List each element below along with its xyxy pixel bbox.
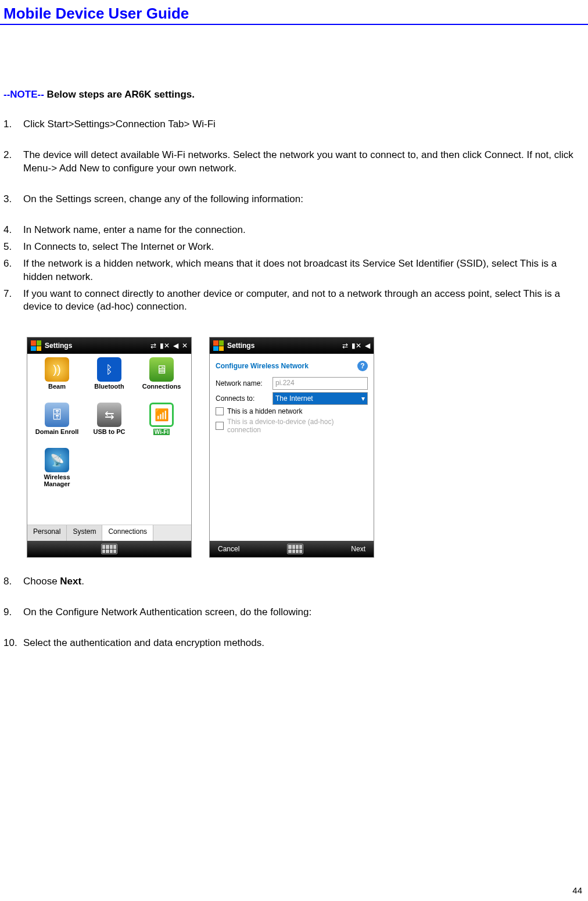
app-label: USB to PC xyxy=(94,428,126,435)
adhoc-label: This is a device-to-device (ad-hoc) conn… xyxy=(227,418,368,434)
step-text: If the network is a hidden network, whic… xyxy=(23,257,585,284)
hidden-network-checkbox[interactable] xyxy=(216,407,224,415)
step-number: 3. xyxy=(3,193,23,206)
app-beam[interactable]: ))Beam xyxy=(31,357,83,400)
hidden-network-label: This is a hidden network xyxy=(227,407,302,415)
connects-to-label: Connects to: xyxy=(216,394,269,403)
panel-heading: Configure Wireless Network ? xyxy=(213,357,370,375)
step-number: 6. xyxy=(3,257,23,284)
sync-icon: ⇄ xyxy=(342,342,348,350)
connects-to-select[interactable]: The Internet ▾ xyxy=(273,392,368,405)
configure-wireless-screenshot: Settings ⇄ ▮✕ ◀ Configure Wireless Netwo… xyxy=(209,337,374,558)
app-domain-enroll[interactable]: 🗄Domain Enroll xyxy=(31,403,83,446)
signal-icon: ▮✕ xyxy=(160,342,170,350)
bottom-bar xyxy=(27,541,191,557)
start-icon[interactable] xyxy=(213,340,224,351)
step-text-part: . xyxy=(81,576,84,587)
step-number: 7. xyxy=(3,288,23,314)
step-number: 10. xyxy=(3,637,23,650)
settings-screenshot: Settings ⇄ ▮✕ ◀ ✕ ))Beam ᛒBluetooth 🖥Con… xyxy=(27,337,192,558)
cancel-button[interactable]: Cancel xyxy=(218,545,239,553)
step-text: Choose Next. xyxy=(23,575,585,588)
tab-connections[interactable]: Connections xyxy=(102,525,153,541)
status-icons: ⇄ ▮✕ ◀ xyxy=(342,342,370,350)
network-name-label: Network name: xyxy=(216,379,269,387)
window-title: Settings xyxy=(45,342,150,350)
bluetooth-icon: ᛒ xyxy=(97,357,121,382)
tab-personal[interactable]: Personal xyxy=(27,525,67,541)
wifi-icon: 📶 xyxy=(149,403,174,427)
step-number: 1. xyxy=(3,118,23,131)
app-label: Domain Enroll xyxy=(35,428,79,435)
step-text: Click Start>Settings>Connection Tab> Wi-… xyxy=(23,118,585,131)
sync-icon: ⇄ xyxy=(150,342,156,350)
step-text: In Connects to, select The Internet or W… xyxy=(23,240,585,254)
app-label: Bluetooth xyxy=(94,383,124,390)
step-text: On the Settings screen, change any of th… xyxy=(23,193,585,206)
app-connections[interactable]: 🖥Connections xyxy=(135,357,188,400)
step-text: The device will detect available Wi-Fi n… xyxy=(23,149,585,175)
adhoc-checkbox xyxy=(216,422,224,430)
note-line: --NOTE-- Below steps are AR6K settings. xyxy=(3,89,585,100)
app-wifi[interactable]: 📶Wi-Fi xyxy=(135,403,188,446)
connections-icon: 🖥 xyxy=(149,357,174,382)
settings-panel: ))Beam ᛒBluetooth 🖥Connections 🗄Domain E… xyxy=(27,354,191,525)
page-title: Mobile Device User Guide xyxy=(0,0,588,25)
start-icon[interactable] xyxy=(31,340,41,351)
app-label: Connections xyxy=(142,383,181,390)
step-text-part: Choose xyxy=(23,576,60,587)
heading-label: Configure Wireless Network xyxy=(216,362,309,370)
steps-list: 1.Click Start>Settings>Connection Tab> W… xyxy=(3,118,585,314)
step-number: 2. xyxy=(3,149,23,175)
network-name-input[interactable]: pi.224 xyxy=(273,377,368,390)
domain-icon: 🗄 xyxy=(45,403,69,427)
step-number: 4. xyxy=(3,224,23,237)
keyboard-icon[interactable] xyxy=(101,544,117,554)
configure-panel: Configure Wireless Network ? Network nam… xyxy=(210,354,374,541)
step-text: Select the authentication and data encry… xyxy=(23,637,585,650)
steps-list-cont: 8. Choose Next. 9.On the Configure Netwo… xyxy=(3,575,585,650)
app-label: Beam xyxy=(48,383,66,390)
icon-grid: ))Beam ᛒBluetooth 🖥Connections 🗄Domain E… xyxy=(31,357,188,491)
step-number: 9. xyxy=(3,606,23,619)
screenshots-row: Settings ⇄ ▮✕ ◀ ✕ ))Beam ᛒBluetooth 🖥Con… xyxy=(27,337,585,558)
next-button[interactable]: Next xyxy=(351,545,365,553)
step-text-bold: Next xyxy=(60,576,81,587)
close-icon[interactable]: ✕ xyxy=(182,342,188,350)
keyboard-icon[interactable] xyxy=(287,544,303,554)
window-title: Settings xyxy=(227,342,342,350)
volume-icon: ◀ xyxy=(173,342,178,350)
status-icons: ⇄ ▮✕ ◀ ✕ xyxy=(150,342,188,350)
beam-icon: )) xyxy=(45,357,69,382)
tabs-bar: Personal System Connections xyxy=(27,525,191,541)
step-number: 8. xyxy=(3,575,23,588)
step-text: If you want to connect directly to anoth… xyxy=(23,288,585,314)
app-wireless-manager[interactable]: 📡Wireless Manager xyxy=(31,448,83,491)
page-number: 44 xyxy=(572,885,582,895)
tab-system[interactable]: System xyxy=(67,525,102,541)
wireless-manager-icon: 📡 xyxy=(45,448,69,472)
usb-icon: ⇆ xyxy=(97,403,121,427)
app-label: Wireless Manager xyxy=(31,473,83,487)
signal-icon: ▮✕ xyxy=(352,342,361,350)
note-text: Below steps are AR6K settings. xyxy=(44,89,195,100)
step-text: In Network name, enter a name for the co… xyxy=(23,224,585,237)
volume-icon: ◀ xyxy=(365,342,370,350)
step-number: 5. xyxy=(3,240,23,254)
app-bluetooth[interactable]: ᛒBluetooth xyxy=(83,357,135,400)
bottom-bar: Cancel Next xyxy=(210,541,374,557)
titlebar: Settings ⇄ ▮✕ ◀ ✕ xyxy=(27,338,191,354)
app-usb-to-pc[interactable]: ⇆USB to PC xyxy=(83,403,135,446)
step-text: On the Configure Network Authentication … xyxy=(23,606,585,619)
chevron-down-icon: ▾ xyxy=(361,394,365,403)
app-label: Wi-Fi xyxy=(153,428,170,435)
help-icon[interactable]: ? xyxy=(357,361,368,371)
select-value: The Internet xyxy=(275,394,313,403)
titlebar: Settings ⇄ ▮✕ ◀ xyxy=(210,338,374,354)
note-prefix: --NOTE-- xyxy=(3,89,44,100)
